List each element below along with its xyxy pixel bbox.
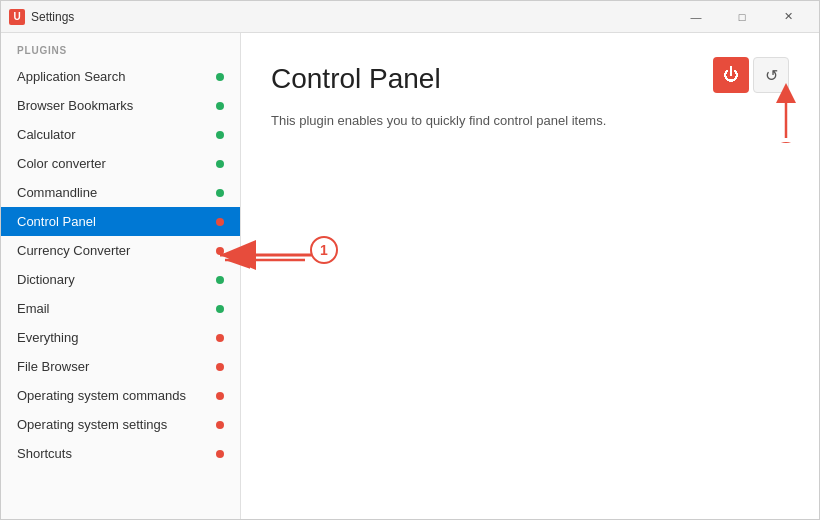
maximize-button[interactable]: □ xyxy=(719,1,765,33)
status-dot xyxy=(216,102,224,110)
sidebar-item-label: Everything xyxy=(17,330,216,345)
sidebar-item-label: Application Search xyxy=(17,69,216,84)
sidebar-item-label: Color converter xyxy=(17,156,216,171)
status-dot xyxy=(216,450,224,458)
sidebar-item-label: Operating system settings xyxy=(17,417,216,432)
sidebar-item[interactable]: Everything xyxy=(1,323,240,352)
power-button[interactable]: ⏻ xyxy=(713,57,749,93)
status-dot xyxy=(216,334,224,342)
sidebar-item[interactable]: Color converter xyxy=(1,149,240,178)
window-title: Settings xyxy=(31,10,673,24)
sidebar-item[interactable]: File Browser xyxy=(1,352,240,381)
sidebar-item-label: Control Panel xyxy=(17,214,216,229)
minimize-button[interactable]: — xyxy=(673,1,719,33)
app-window: U Settings — □ ✕ PLUGINS Application Sea… xyxy=(0,0,820,520)
sidebar-item[interactable]: Commandline xyxy=(1,178,240,207)
sidebar-item-label: Calculator xyxy=(17,127,216,142)
sidebar-item[interactable]: Operating system settings xyxy=(1,410,240,439)
sidebar-item[interactable]: Email xyxy=(1,294,240,323)
close-button[interactable]: ✕ xyxy=(765,1,811,33)
status-dot xyxy=(216,131,224,139)
sidebar-item-label: Dictionary xyxy=(17,272,216,287)
app-icon: U xyxy=(9,9,25,25)
window-controls: — □ ✕ xyxy=(673,1,811,33)
sidebar-item-label: File Browser xyxy=(17,359,216,374)
sidebar-item[interactable]: Application Search xyxy=(1,62,240,91)
status-dot xyxy=(216,363,224,371)
status-dot xyxy=(216,276,224,284)
sidebar-item-label: Operating system commands xyxy=(17,388,216,403)
sidebar-item[interactable]: Calculator xyxy=(1,120,240,149)
plugin-description: This plugin enables you to quickly find … xyxy=(271,111,789,131)
status-dot xyxy=(216,160,224,168)
main-panel: Control Panel This plugin enables you to… xyxy=(241,33,819,519)
sidebar-item[interactable]: Shortcuts xyxy=(1,439,240,468)
sidebar: PLUGINS Application SearchBrowser Bookma… xyxy=(1,33,241,519)
main-content-area: PLUGINS Application SearchBrowser Bookma… xyxy=(1,33,819,519)
sidebar-item[interactable]: Browser Bookmarks xyxy=(1,91,240,120)
status-dot xyxy=(216,247,224,255)
page-title: Control Panel xyxy=(271,63,789,95)
sidebar-item-label: Currency Converter xyxy=(17,243,216,258)
sidebar-item-label: Browser Bookmarks xyxy=(17,98,216,113)
status-dot xyxy=(216,73,224,81)
status-dot xyxy=(216,421,224,429)
status-dot xyxy=(216,189,224,197)
sidebar-item[interactable]: Dictionary xyxy=(1,265,240,294)
sidebar-item[interactable]: Control Panel xyxy=(1,207,240,236)
status-dot xyxy=(216,305,224,313)
status-dot xyxy=(216,218,224,226)
sidebar-item[interactable]: Currency Converter xyxy=(1,236,240,265)
sidebar-item[interactable]: Operating system commands xyxy=(1,381,240,410)
titlebar: U Settings — □ ✕ xyxy=(1,1,819,33)
annotation-2-arrow: 2 xyxy=(761,83,811,143)
plugins-section-header: PLUGINS xyxy=(1,33,240,62)
sidebar-item-label: Email xyxy=(17,301,216,316)
sidebar-item-label: Shortcuts xyxy=(17,446,216,461)
status-dot xyxy=(216,392,224,400)
sidebar-item-label: Commandline xyxy=(17,185,216,200)
